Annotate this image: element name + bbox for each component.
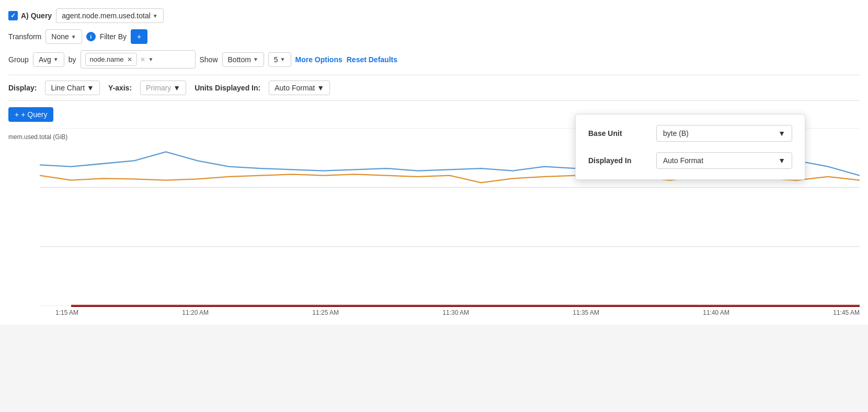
by-label: by [68,55,76,64]
yaxis-select[interactable]: Primary ▼ [140,81,186,95]
chart-type-value: Line Chart [51,84,85,92]
group-row: Group Avg ▼ by node.name ✕ ✕ ▼ Show Bott… [8,50,860,68]
show-value: Bottom [228,55,251,64]
x-tick-4: 11:35 AM [573,309,599,316]
filter-add-button[interactable]: + [131,29,147,44]
show-count-value: 5 [274,55,278,64]
units-displayed-label: Units Displayed In: [195,84,260,92]
yaxis-value: Primary [146,84,171,92]
group-clear-icon[interactable]: ✕ [140,56,145,63]
base-unit-label: Base Unit [588,129,656,138]
group-tag-wrapper[interactable]: node.name ✕ ✕ ▼ [81,50,196,68]
show-count-arrow-icon: ▼ [280,56,285,62]
transform-select[interactable]: None ▼ [45,29,82,44]
base-unit-value: byte (B) [663,129,689,138]
group-tag-value: node.name [90,55,124,63]
transform-value: None [51,32,68,41]
display-row: Display: Line Chart ▼ Y-axis: Primary ▼ … [8,75,860,101]
displayed-in-value: Auto Format [663,156,703,165]
base-unit-select[interactable]: byte (B) ▼ [656,125,792,142]
main-container: ✓ A) Query agent.node.mem.used.total ▼ T… [0,0,868,325]
chart-type-arrow-icon: ▼ [87,84,94,92]
metric-select[interactable]: agent.node.mem.used.total ▼ [56,8,164,23]
units-arrow-icon: ▼ [317,84,324,92]
query-checkbox-label[interactable]: ✓ A) Query [8,11,52,20]
metric-value: agent.node.mem.used.total [62,12,151,20]
query-row: ✓ A) Query agent.node.mem.used.total ▼ [8,8,860,23]
displayed-in-label: Displayed In [588,156,656,165]
filter-add-icon: + [137,32,141,41]
info-icon[interactable]: i [86,32,96,41]
reset-defaults-link[interactable]: Reset Defaults [347,55,397,64]
x-tick-5: 11:40 AM [703,309,729,316]
units-value: Auto Format [275,84,315,92]
add-query-icon: + [15,110,19,119]
displayed-in-row: Displayed In Auto Format ▼ [588,152,792,169]
display-label: Display: [8,84,37,92]
query-checkbox[interactable]: ✓ [8,11,18,20]
group-tag-remove-icon[interactable]: ✕ [127,56,132,63]
x-tick-2: 11:25 AM [312,309,339,316]
x-tick-1: 11:20 AM [182,309,209,316]
show-count-select[interactable]: 5 ▼ [268,52,291,67]
x-tick-3: 11:30 AM [442,309,469,316]
more-options-link[interactable]: More Options [295,55,342,64]
base-unit-row: Base Unit byte (B) ▼ [588,125,792,142]
filter-by-label: Filter By [100,32,127,41]
units-select[interactable]: Auto Format ▼ [269,81,330,95]
displayed-in-arrow-icon: ▼ [778,156,785,165]
add-query-button[interactable]: + + Query [8,107,53,122]
chart-type-select[interactable]: Line Chart ▼ [45,81,99,95]
add-query-label: + Query [21,110,47,119]
x-axis-labels: 1:15 AM 11:20 AM 11:25 AM 11:30 AM 11:35… [40,309,860,316]
group-func-value: Avg [39,55,51,64]
show-arrow-icon: ▼ [253,56,258,62]
x-tick-0: 1:15 AM [55,309,78,316]
yaxis-arrow-icon: ▼ [173,84,180,92]
show-select[interactable]: Bottom ▼ [222,52,264,67]
group-tag: node.name ✕ [85,53,137,66]
query-label: A) Query [21,12,52,20]
group-func-select[interactable]: Avg ▼ [33,52,64,67]
yaxis-label: Y-axis: [108,84,132,92]
group-label: Group [8,55,29,64]
metric-arrow-icon: ▼ [153,13,158,19]
transform-filter-row: Transform None ▼ i Filter By + [8,29,860,44]
show-label: Show [200,55,218,64]
displayed-in-select[interactable]: Auto Format ▼ [656,152,792,169]
x-tick-6: 11:45 AM [833,309,860,316]
units-dropdown-popup: Base Unit byte (B) ▼ Displayed In Auto F… [575,114,805,180]
group-tag-dropdown-icon[interactable]: ▼ [149,56,154,62]
transform-arrow-icon: ▼ [71,34,76,40]
group-func-arrow-icon: ▼ [53,56,59,62]
base-unit-arrow-icon: ▼ [778,129,785,138]
transform-label: Transform [8,32,41,41]
